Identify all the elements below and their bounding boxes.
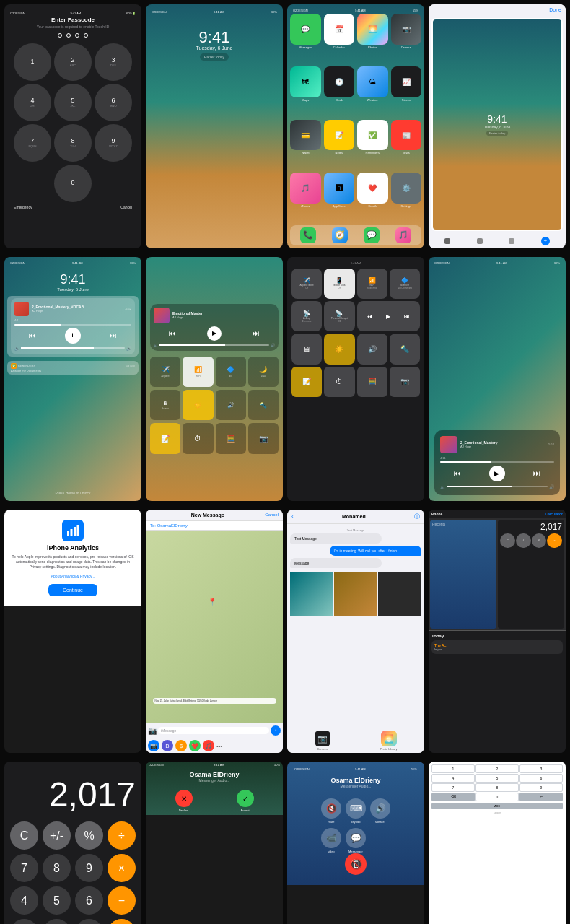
cc-camera-toggle[interactable]: 📷 xyxy=(248,423,279,453)
send-btn[interactable]: ↑ xyxy=(271,725,281,736)
speaker-ctrl[interactable]: 🔊 speaker xyxy=(370,798,390,824)
cc-calc2[interactable]: 🧮 xyxy=(357,367,387,397)
cc-next[interactable]: ⏭ xyxy=(253,329,260,337)
cc-airplane-dark[interactable]: ✈️Airplane ModeOff xyxy=(291,269,322,299)
cc-timer2[interactable]: ⏱ xyxy=(324,367,354,397)
dark-prev[interactable]: ⏮ xyxy=(454,469,461,477)
key-c[interactable]: C xyxy=(500,533,515,549)
cc-prev2[interactable]: ⏮ xyxy=(367,313,372,320)
key-1[interactable]: 1 xyxy=(14,43,51,81)
calc-5[interactable]: 5 xyxy=(43,886,71,915)
play-pause-btn[interactable]: ⏸ xyxy=(65,328,81,344)
decline-action[interactable]: ✕ Decline xyxy=(175,790,193,812)
cc-vol2[interactable]: 🔊 xyxy=(357,334,387,364)
att-4[interactable]: ❤️ xyxy=(189,740,201,751)
dark-next[interactable]: ⏭ xyxy=(533,469,540,477)
cc-torch[interactable]: 🔦 xyxy=(248,390,279,420)
top-num-6[interactable]: 6 xyxy=(519,774,563,783)
msg-to-field[interactable]: To: OsamaElDrieny xyxy=(146,521,283,531)
cc-play[interactable]: ▶ xyxy=(207,326,222,341)
app-stocks[interactable]: 📈Stocks xyxy=(391,66,422,116)
cc-airdrop-dark[interactable]: 📡AirDropEveryone xyxy=(291,301,322,331)
cc-play2[interactable]: ▶ xyxy=(386,313,390,320)
cc-mobile-dark[interactable]: 📱Mobile DataOn xyxy=(324,269,354,299)
app-clock[interactable]: 🕐Clock xyxy=(324,66,355,116)
att-3[interactable]: $ xyxy=(175,740,187,751)
msg-cancel-right[interactable]: Cancel xyxy=(265,513,279,517)
prev-btn[interactable]: ⏮ xyxy=(29,331,36,339)
cc-bt-dark[interactable]: 🔷BluetoothNot Connected xyxy=(390,269,420,299)
top-num-ret[interactable]: ↩ xyxy=(519,793,563,801)
cc-notes2[interactable]: 📝 xyxy=(291,367,322,397)
calc-6[interactable]: 6 xyxy=(75,886,103,915)
cc-next2[interactable]: ⏭ xyxy=(404,313,410,320)
cc-dnd[interactable]: 🌙 DND xyxy=(248,357,279,387)
cc-volume[interactable]: 🔈 🔊 xyxy=(154,343,275,347)
add-icon[interactable]: + xyxy=(541,237,550,245)
app-reminders[interactable]: ✅Reminders xyxy=(357,120,388,170)
cc-screen-mirror[interactable]: 🖥Screen xyxy=(150,390,180,420)
camera-action[interactable]: 📷 Camera xyxy=(315,731,330,751)
key-7[interactable]: 7PQRS xyxy=(14,124,51,162)
calc-clear[interactable]: C xyxy=(10,821,38,850)
top-num-7[interactable]: 7 xyxy=(431,783,475,792)
key-plusminus[interactable]: +/- xyxy=(516,533,531,549)
analytics-continue-btn[interactable]: Continue xyxy=(48,584,97,596)
photo-library-action[interactable]: 🌅 Photo Library xyxy=(380,731,398,751)
top-num-2[interactable]: 2 xyxy=(475,764,519,773)
camera-btn[interactable]: 📷 xyxy=(148,727,157,735)
app-calendar[interactable]: 📅Calendar xyxy=(324,14,355,64)
cc-bluetooth[interactable]: 🔷 BT xyxy=(216,357,246,387)
dock-safari[interactable]: 🧭 xyxy=(332,227,348,243)
top-num-9[interactable]: 9 xyxy=(519,783,563,792)
abc-switch[interactable]: ABC xyxy=(431,803,563,809)
dark-play[interactable]: ▶ xyxy=(489,466,505,481)
dark-vol[interactable]: 🔈 🔊 xyxy=(440,484,554,489)
dock-messages[interactable]: 💬 xyxy=(364,227,380,243)
cc-torch2[interactable]: 🔦 xyxy=(390,334,420,364)
cc-timer[interactable]: ⏱ xyxy=(183,423,213,453)
cc-calc[interactable]: 🧮 xyxy=(216,423,246,453)
calc-plus[interactable]: + xyxy=(108,919,136,924)
key-0[interactable]: 0 xyxy=(54,165,92,202)
end-call-btn[interactable]: 📵 xyxy=(345,853,367,875)
calc-3[interactable]: 3 xyxy=(75,919,103,924)
calc-8[interactable]: 8 xyxy=(43,854,71,882)
key-div[interactable]: ÷ xyxy=(547,533,562,549)
accept-action[interactable]: ✓ Accept xyxy=(237,790,254,812)
cc-bright2[interactable]: ☀️ xyxy=(324,334,354,364)
cc-volume-ctrl[interactable]: 🔊 xyxy=(216,390,246,420)
att-5[interactable]: 🎵 xyxy=(203,740,214,751)
top-num-del[interactable]: ⌫ xyxy=(431,793,475,801)
key-9[interactable]: 9WXYZ xyxy=(95,124,132,162)
key-2[interactable]: 2ABC xyxy=(54,43,92,81)
app-appstore[interactable]: 🅰App Store xyxy=(324,173,355,222)
info-btn[interactable]: ⓘ xyxy=(414,513,420,520)
app-maps[interactable]: 🗺Maps xyxy=(290,66,321,116)
top-num-4[interactable]: 4 xyxy=(431,774,475,783)
volume-slider[interactable]: 🔈 🔊 xyxy=(14,346,131,351)
app-settings[interactable]: ⚙️Settings xyxy=(391,173,422,222)
mute-ctrl[interactable]: 🔇 mute xyxy=(321,798,341,824)
cc-notes[interactable]: 📝 xyxy=(150,423,180,453)
dock-music[interactable]: 🎵 xyxy=(395,227,411,243)
key-6[interactable]: 6MNO xyxy=(95,84,132,121)
app-camera[interactable]: 📷Camera xyxy=(391,14,422,64)
key-percent[interactable]: % xyxy=(532,533,547,549)
calc-1[interactable]: 1 xyxy=(10,919,38,924)
key-4[interactable]: 4GHI xyxy=(14,84,51,121)
att-more[interactable]: ••• xyxy=(216,740,222,751)
calc-multiply[interactable]: × xyxy=(108,854,136,882)
app-news[interactable]: 📰News xyxy=(391,120,422,170)
key-8[interactable]: 8TUV xyxy=(54,124,92,162)
calc-percent[interactable]: % xyxy=(75,821,103,850)
calc-9[interactable]: 9 xyxy=(75,854,103,882)
calc-7[interactable]: 7 xyxy=(10,854,38,882)
cc-hotspot-dark[interactable]: 📡Personal HotspotOff xyxy=(324,301,354,331)
att-2[interactable]: B xyxy=(162,740,173,751)
dark-progress[interactable] xyxy=(440,461,554,463)
calc-minus[interactable]: − xyxy=(108,886,136,915)
calc-sign[interactable]: +/- xyxy=(43,821,71,850)
key-3[interactable]: 3DEF xyxy=(95,43,132,81)
app-itunes[interactable]: 🎵iTunes xyxy=(290,173,321,222)
